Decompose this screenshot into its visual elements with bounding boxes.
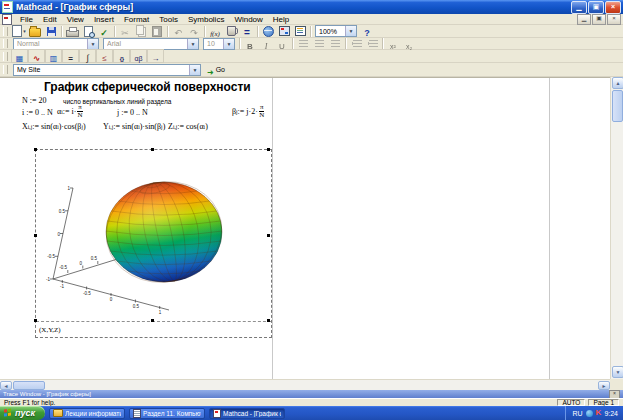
redo-button[interactable] (186, 25, 202, 38)
taskbar-button-document[interactable]: Раздел 11. Компьют... (129, 408, 205, 419)
math-z-definition[interactable]: Zi,j := cos(αi) (168, 122, 208, 131)
symbolic-palette-button[interactable] (147, 49, 164, 63)
boolean-palette-button[interactable] (96, 49, 113, 63)
font-size-combobox[interactable]: 10 ▼ (203, 38, 235, 50)
close-button[interactable] (605, 1, 621, 14)
menu-file[interactable]: File (15, 15, 38, 24)
child-restore-button[interactable]: ▣ (592, 14, 606, 25)
child-close-button[interactable]: × (607, 14, 621, 25)
subscript-button[interactable] (401, 37, 417, 50)
align-right-button[interactable] (327, 37, 343, 50)
start-button[interactable]: пуск (0, 406, 45, 420)
math-range-i[interactable]: i := 0 .. N (22, 108, 53, 117)
scroll-up-button[interactable] (612, 77, 623, 89)
bold-button[interactable] (242, 37, 258, 50)
child-minimize-button[interactable]: ▁ (577, 14, 591, 25)
taskbar-button-folder[interactable]: Лекции информатика (49, 408, 125, 419)
resize-handle-mid-left[interactable] (34, 234, 37, 237)
toolbar-grip[interactable] (3, 52, 8, 61)
italic-button[interactable] (258, 37, 274, 50)
menu-help[interactable]: Help (268, 15, 294, 24)
worksheet-icon[interactable] (2, 14, 12, 25)
undo-button[interactable] (170, 25, 186, 38)
horizontal-scroll-thumb[interactable] (13, 381, 45, 390)
evaluation-palette-button[interactable] (62, 49, 79, 63)
insert-hyperlink-button[interactable] (260, 25, 276, 38)
copy-icon (136, 25, 144, 35)
graph-palette-button[interactable] (28, 49, 45, 63)
math-y-definition[interactable]: Yi,j := sin(αi)·sin(βj) (103, 122, 165, 131)
resize-handle-bottom-right[interactable] (267, 319, 270, 322)
calculator-palette-button[interactable] (11, 49, 28, 63)
save-button[interactable] (43, 25, 59, 38)
copy-button[interactable] (133, 25, 149, 38)
superscript-button[interactable] (385, 37, 401, 50)
open-button[interactable] (27, 25, 43, 38)
align-center-button[interactable] (311, 37, 327, 50)
vertical-scrollbar[interactable] (610, 77, 623, 379)
tray-app-icon[interactable] (586, 410, 593, 417)
check-spelling-button[interactable] (96, 25, 112, 38)
toolbar-grip[interactable] (3, 27, 8, 36)
paste-button[interactable] (149, 25, 165, 38)
print-preview-button[interactable] (80, 25, 96, 38)
font-dropdown-icon[interactable]: ▼ (187, 39, 198, 49)
go-button[interactable]: Go (203, 63, 229, 76)
align-left-button[interactable] (295, 37, 311, 50)
calculus-palette-button[interactable] (79, 49, 96, 63)
resize-handle-top-left[interactable] (34, 148, 37, 151)
programming-palette-button[interactable] (113, 49, 130, 63)
insert-function-button[interactable] (207, 25, 223, 38)
underline-button[interactable] (274, 37, 290, 50)
resize-handle-top-right[interactable] (267, 148, 270, 151)
help-button[interactable] (359, 25, 375, 38)
bullet-list-button[interactable] (348, 37, 364, 50)
surface-plot-region[interactable]: 10.50-0.5-1-1-0.500.51-0.500.5 (X,Y,Z) (35, 149, 272, 338)
auto-calc-indicator[interactable]: AUTO (557, 399, 585, 406)
greek-palette-button[interactable] (130, 49, 147, 63)
clock[interactable]: 9:24 (604, 410, 618, 417)
plot-function-placeholder[interactable]: (X,Y,Z) (36, 322, 271, 337)
math-x-definition[interactable]: Xi,j := sin(αi)·cos(βj) (22, 122, 86, 131)
toolbar-grip[interactable] (3, 65, 8, 74)
menu-view[interactable]: View (62, 15, 89, 24)
menu-edit[interactable]: Edit (38, 15, 62, 24)
plot-frame[interactable]: 10.50-0.5-1-1-0.500.51-0.500.5 (36, 150, 271, 322)
trace-window-titlebar[interactable]: Trace Window - [График сферы] × (0, 390, 623, 398)
worksheet-heading[interactable]: График сферической поверхности (44, 80, 251, 94)
font-size-dropdown-icon[interactable]: ▼ (223, 39, 234, 49)
toolbar-grip[interactable] (3, 39, 8, 48)
resize-handle-bottom-center[interactable] (151, 319, 154, 322)
horizontal-scrollbar[interactable] (0, 379, 610, 390)
minimize-button[interactable] (571, 1, 587, 14)
resources-dropdown-icon[interactable]: ▼ (189, 65, 200, 75)
resize-handle-top-center[interactable] (151, 148, 154, 151)
resize-handle-mid-right[interactable] (267, 234, 270, 237)
title-bar[interactable]: Mathcad - [График сферы] (0, 0, 623, 14)
matrix-palette-button[interactable] (45, 49, 62, 63)
antivirus-tray-icon[interactable]: K (596, 409, 602, 417)
math-beta-definition[interactable]: βj := j·2·πN (232, 104, 264, 119)
resource-center-button[interactable] (292, 25, 308, 38)
cut-button[interactable] (117, 25, 133, 38)
new-button[interactable]: ▾ (11, 25, 27, 38)
insert-unit-button[interactable] (223, 25, 239, 38)
math-range-j[interactable]: j := 0 .. N (117, 108, 148, 117)
scroll-left-button[interactable] (0, 381, 12, 390)
zoom-combobox[interactable]: 100% ▼ (315, 25, 357, 37)
resize-handle-bottom-left[interactable] (34, 319, 37, 322)
resources-combobox[interactable]: My Site ▼ (13, 64, 201, 76)
vertical-scroll-thumb[interactable] (612, 90, 623, 122)
surface-plot[interactable]: 10.50-0.5-1-1-0.500.51-0.500.5 (36, 150, 271, 322)
restore-button[interactable] (588, 1, 604, 14)
go-label: Go (216, 66, 225, 73)
print-button[interactable] (64, 25, 80, 38)
math-alpha-definition[interactable]: αi := i·πN (57, 104, 83, 119)
worksheet-area[interactable]: График сферической поверхности N := 20 ч… (0, 77, 623, 379)
scroll-down-button[interactable] (612, 366, 623, 378)
taskbar-button-mathcad[interactable]: Mathcad - [График с... (209, 408, 285, 419)
zoom-dropdown-icon[interactable]: ▼ (345, 26, 356, 36)
math-n-definition[interactable]: N := 20 (22, 96, 47, 105)
language-indicator[interactable]: RU (572, 410, 582, 417)
numbered-list-button[interactable] (364, 37, 380, 50)
